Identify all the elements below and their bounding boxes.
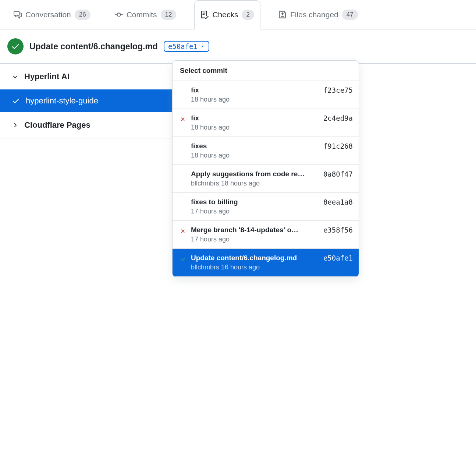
sidebar-group-label: Hyperlint AI: [24, 72, 70, 81]
commit-list[interactable]: fixf23ce7518 hours agofix2c4ed9a18 hours…: [173, 81, 359, 138]
comment-discussion-icon: [14, 11, 22, 19]
tab-commits[interactable]: Commits 12: [109, 0, 183, 29]
git-commit-icon: [115, 11, 123, 19]
sidebar-item-label: hyperlint-style-guide: [26, 96, 98, 106]
tab-counter: 26: [75, 10, 90, 20]
checklist-icon: [200, 11, 209, 19]
commit-sha: f23ce75: [323, 86, 353, 94]
commit-option[interactable]: fixesf91c26818 hours ago: [173, 137, 359, 138]
commit-sha: 2c4ed9a: [323, 114, 353, 122]
tab-label: Checks: [212, 10, 238, 19]
tab-counter: 12: [161, 10, 177, 20]
commit-selector-title: Select commit: [173, 61, 359, 81]
commit-selector-menu: Select commit fixf23ce7518 hours agofix2…: [172, 60, 359, 138]
pr-tabnav: Conversation 26 Commits 12 Checks 2 File…: [0, 0, 476, 29]
tab-checks[interactable]: Checks 2: [194, 0, 260, 29]
tab-label: Files changed: [290, 10, 338, 19]
tab-files-changed[interactable]: Files changed 47: [272, 0, 364, 29]
commit-option[interactable]: fixf23ce7518 hours ago: [173, 81, 359, 109]
tab-conversation[interactable]: Conversation 26: [7, 0, 97, 29]
commit-message: fix: [191, 114, 199, 122]
selected-sha: e50afe1: [168, 42, 198, 50]
sidebar-group-label: Cloudflare Pages: [24, 120, 90, 130]
commit-meta: 18 hours ago: [191, 96, 353, 103]
tab-label: Conversation: [25, 10, 71, 19]
chevron-right-icon: [12, 122, 18, 128]
commit-meta: 18 hours ago: [191, 124, 353, 131]
tab-counter: 47: [342, 10, 358, 20]
chevron-down-icon: [12, 73, 18, 80]
check-run-title: Update content/6.changelog.md: [29, 42, 158, 52]
blank-icon: [178, 87, 187, 96]
check-icon: [12, 97, 20, 105]
tab-label: Commits: [127, 10, 157, 19]
file-diff-icon: [278, 11, 287, 19]
commit-option[interactable]: fix2c4ed9a18 hours ago: [173, 109, 359, 137]
status-success-icon: [7, 38, 24, 54]
tab-counter: 2: [242, 10, 254, 20]
commit-selector[interactable]: e50afe1: [164, 41, 209, 52]
x-icon: [178, 115, 187, 124]
commit-message: fix: [191, 86, 199, 94]
check-run-header: Update content/6.changelog.md e50afe1: [0, 29, 476, 64]
triangle-down-icon: [200, 44, 205, 49]
